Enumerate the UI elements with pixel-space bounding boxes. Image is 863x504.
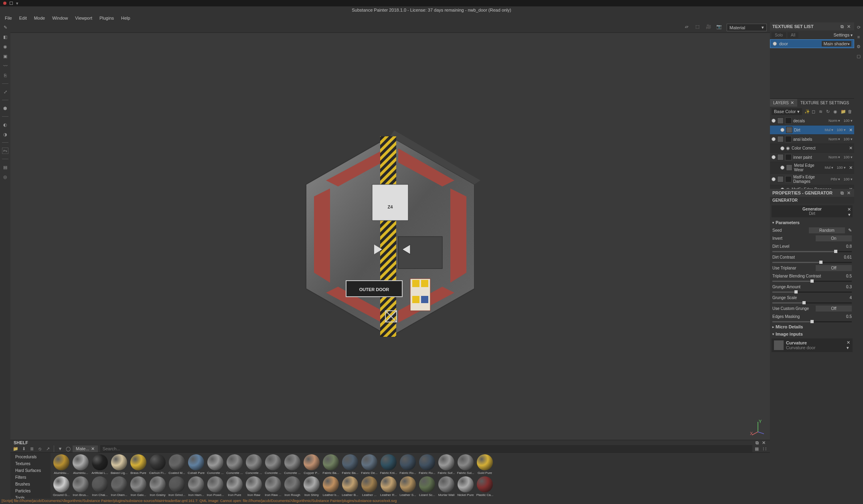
visibility-icon[interactable] [772,155,776,159]
close-icon[interactable]: ✕ [847,24,852,29]
menu-file[interactable]: File [2,14,15,22]
material-item[interactable]: Iron Ham... [187,476,205,497]
shader-dropdown[interactable]: Main shader▾ [822,41,851,47]
remove-input-icon[interactable]: ✕▾ [847,340,850,350]
shelf-cat-procedurals[interactable]: Procedurals [10,453,51,460]
image-inputs-header[interactable]: ▾Image inputs [770,330,854,338]
material-item[interactable]: Artificial L... [91,454,109,475]
visibility-icon[interactable] [773,42,777,46]
undock-icon[interactable]: ⧉ [841,190,845,195]
slider[interactable] [772,302,852,304]
material-item[interactable]: Concrete ... [206,454,225,475]
all-button[interactable]: All [788,32,798,38]
opacity-dropdown[interactable]: 100 ▾ [843,119,853,123]
material-item[interactable]: Iron Galv... [129,476,148,497]
remove-effect-icon[interactable]: ✕ [849,146,853,151]
menu-window[interactable]: Window [49,14,71,22]
material-item[interactable]: Iron Brus... [71,476,90,497]
material-item[interactable]: Iron Shiny [302,476,321,497]
material-item[interactable]: Gold Pure [476,454,494,475]
window-close-icon[interactable] [3,2,6,5]
folder-icon[interactable]: 📁 [12,445,19,452]
layer-row[interactable]: DirtMul ▾100 ▾✕ [770,125,854,135]
material-item[interactable]: Fabric Kni... [379,454,398,475]
smudge-tool-icon[interactable]: 〰 [2,63,8,69]
material-item[interactable]: Ground G... [52,476,71,497]
3d-viewport[interactable]: Z4 OUTER DOOR Y X [10,33,770,440]
visibility-icon[interactable] [772,177,776,181]
layer-row[interactable]: ◉Color Correct✕ [770,144,854,153]
add-smart-icon[interactable]: ◉ [833,109,838,114]
layer-thumb-icon[interactable] [786,127,792,133]
cube-tool-icon[interactable]: ⬢ [2,105,8,111]
snapshot-icon[interactable]: 📷 [716,24,723,31]
texture-set-item[interactable]: door Main shader▾ [770,39,854,48]
blend-mode-dropdown[interactable]: Norm ▾ [829,137,841,141]
undock-icon[interactable]: ⧉ [756,440,760,445]
picker-tool-icon[interactable]: ⤢ [2,89,8,95]
layer-mask-icon[interactable] [785,117,792,124]
history-icon[interactable]: ⟳ [855,24,862,30]
filter-icon[interactable]: ▼ [57,445,64,452]
micro-details-header[interactable]: ▸Micro Details [770,323,854,330]
param-button[interactable]: Off [816,265,852,271]
material-dropdown[interactable]: Material▾ [727,24,767,31]
material-item[interactable]: Concrete ... [283,454,302,475]
undock-icon[interactable]: ⧉ [841,24,845,29]
material-item[interactable]: Iron Grind... [168,476,186,497]
material-item[interactable]: Leather S... [399,476,417,497]
import-icon[interactable]: ⬇ [20,445,27,452]
curvature-input[interactable]: Curvature Curvature door ✕▾ [772,338,853,352]
close-tab-icon[interactable]: ✕ [91,446,95,451]
material-item[interactable]: Plastic Ca... [476,476,494,497]
cube-view-icon[interactable]: ⬚ [695,24,703,31]
opacity-dropdown[interactable]: 100 ▾ [843,137,853,141]
material-item[interactable]: Brass Pure [129,454,148,475]
grid-small-icon[interactable]: ⫶⫶ [761,445,768,452]
fx-icon[interactable]: ✨ [804,109,809,114]
layer-row[interactable]: decalsNorm ▾100 ▾ [770,116,854,125]
material-item[interactable]: Copper P... [302,454,321,475]
log-icon[interactable]: ≡ [855,34,862,40]
param-button[interactable]: Off [816,306,852,312]
layer-mask-icon[interactable] [785,176,792,182]
visibility-icon[interactable] [772,137,776,141]
add-paint-icon[interactable]: ↻ [826,109,831,114]
material-item[interactable]: Iron Powd... [206,476,225,497]
window-max-icon[interactable] [10,2,13,5]
solo-button[interactable]: Solo [772,32,786,38]
material-item[interactable]: Leather R... [379,476,398,497]
close-icon[interactable]: ✕ [762,440,767,445]
blend-mode-dropdown[interactable]: Mul ▾ [825,128,833,132]
layer-thumb-icon[interactable] [777,176,784,182]
layer-mask-icon[interactable] [785,154,792,160]
visibility-icon[interactable] [772,119,776,123]
slider[interactable] [772,251,852,252]
tab-layers[interactable]: LAYERS✕ [770,99,797,107]
settings-icon[interactable]: ⚙ [855,43,862,50]
generator-slot[interactable]: Generator Dirt ✕▾ [772,205,853,217]
material-item[interactable]: Coated M... [168,454,186,475]
material-item[interactable]: Iron Chai... [91,476,109,497]
material-item[interactable]: Leather b... [322,476,340,497]
opacity-dropdown[interactable]: 100 ▾ [843,177,853,181]
material-item[interactable]: Fabric Sof... [437,454,456,475]
param-button[interactable]: Random [809,227,845,233]
shelf-cat-hard surfaces[interactable]: Hard Surfaces [10,467,51,474]
material-item[interactable]: Fabric Ro... [399,454,417,475]
material-item[interactable]: Iron Grainy [148,476,167,497]
visibility-icon[interactable] [780,146,784,150]
parameters-header[interactable]: ▾Parameters [770,219,854,226]
shelf-search-input[interactable] [100,445,752,452]
layer-thumb-icon[interactable] [777,117,784,124]
slider[interactable] [772,262,852,263]
material-item[interactable]: Lizard Sc... [418,476,436,497]
opacity-dropdown[interactable]: 100 ▾ [843,155,853,159]
menu-viewport[interactable]: Viewport [72,14,95,22]
remove-generator-icon[interactable]: ✕▾ [847,207,851,217]
material-item[interactable]: Aluminiu... [71,454,90,475]
layer-thumb-icon[interactable] [777,136,784,142]
material-item[interactable]: Fabric Ro... [418,454,436,475]
menu-help[interactable]: Help [118,14,134,22]
material-item[interactable]: Carbon Fi... [148,454,167,475]
